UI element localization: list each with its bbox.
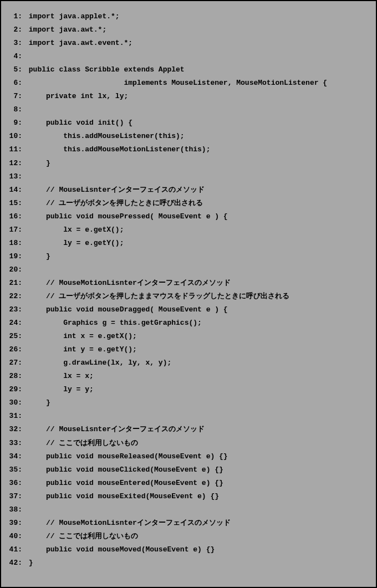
line-number: 33: [7,437,22,450]
line-number: 40: [7,530,22,543]
code-line: 38: [7,503,370,517]
line-number: 3: [7,37,22,50]
line-text: ly = y; [24,385,94,393]
line-number: 42: [7,556,22,570]
line-text: // ユーザがボタンを押したままマウスをドラッグしたときに呼び出される [24,292,289,300]
line-text: } [24,252,50,260]
line-text: } [24,159,50,167]
code-line: 31: [7,410,370,423]
code-line: 6: implements MouseListener, MouseMotion… [7,76,370,90]
code-line: 16: public void mousePressed( MouseEvent… [7,210,370,223]
line-number: 8: [7,103,22,116]
line-number: 23: [7,303,22,316]
line-number: 35: [7,463,22,477]
line-number: 20: [7,263,22,277]
code-line: 14: // MouseLisnterインターフェイスのメソッド [7,183,370,197]
line-number: 4: [7,50,22,63]
code-line: 8: [7,103,370,116]
line-number: 6: [7,76,22,90]
line-number: 16: [7,210,22,223]
code-line: 5: public class Scribble extends Applet [7,63,370,76]
code-line: 24: Graphics g = this.getGraphics(); [7,316,370,330]
line-number: 17: [7,223,22,237]
line-text: public void init() { [24,119,133,127]
code-line: 39: // MouseMotionLisnterインターフェイスのメソッド [7,517,370,530]
code-line: 15: // ユーザがボタンを押したときに呼び出される [7,197,370,210]
code-line: 11: this.addMouseMotionListener(this); [7,143,370,156]
line-number: 36: [7,477,22,490]
line-number: 31: [7,410,22,423]
code-line: 18: ly = e.getY(); [7,237,370,250]
line-number: 26: [7,343,22,356]
line-text: this.addMouseListener(this); [24,132,185,140]
line-text: } [24,559,33,567]
line-number: 25: [7,330,22,343]
code-line: 28: lx = x; [7,370,370,383]
line-text: lx = e.getX(); [24,226,124,234]
line-number: 12: [7,157,22,170]
line-text: private int lx, ly; [24,92,128,100]
line-number: 7: [7,90,22,103]
line-text: public void mouseReleased(MouseEvent e) … [24,452,228,461]
line-number: 18: [7,237,22,250]
code-line: 27: g.drawLine(lx, ly, x, y); [7,356,370,370]
code-line: 17: lx = e.getX(); [7,223,370,237]
line-text: // ここでは利用しないもの [24,532,138,540]
line-text: public class Scribble extends Applet [24,65,185,74]
code-line: 41: public void mouseMoved(MouseEvent e)… [7,543,370,556]
line-number: 13: [7,170,22,183]
code-line: 40: // ここでは利用しないもの [7,530,370,543]
code-line: 7: private int lx, ly; [7,90,370,103]
code-line: 4: [7,50,370,63]
line-number: 39: [7,517,22,530]
code-line: 33: // ここでは利用しないもの [7,437,370,450]
line-text: int x = e.getX(); [24,332,137,340]
line-text: public void mouseDragged( MouseEvent e )… [24,305,228,314]
line-number: 34: [7,450,22,463]
code-line: 34: public void mouseReleased(MouseEvent… [7,450,370,463]
code-line: 25: int x = e.getX(); [7,330,370,343]
line-text: public void mousePressed( MouseEvent e )… [24,212,228,221]
line-text: g.drawLine(lx, ly, x, y); [24,359,171,367]
line-text: // ここでは利用しないもの [24,439,138,447]
line-text: // MouseMotionLisnterインターフェイスのメソッド [24,519,231,527]
line-text: // MouseLisnterインターフェイスのメソッド [24,186,205,194]
code-line: 9: public void init() { [7,116,370,130]
code-line: 19: } [7,250,370,263]
code-line: 13: [7,170,370,183]
line-number: 9: [7,116,22,130]
line-number: 21: [7,277,22,290]
line-number: 38: [7,503,22,517]
line-text: Graphics g = this.getGraphics(); [24,319,202,327]
code-line: 37: public void mouseExited(MouseEvent e… [7,490,370,503]
code-line: 2: import java.awt.*; [7,23,370,37]
line-number: 28: [7,370,22,383]
code-line: 22: // ユーザがボタンを押したままマウスをドラッグしたときに呼び出される [7,290,370,303]
line-number: 41: [7,543,22,556]
line-number: 14: [7,183,22,197]
code-line: 32: // MouseLisnterインターフェイスのメソッド [7,423,370,436]
line-text: import java.awt.*; [24,25,106,34]
line-number: 11: [7,143,22,156]
line-text: this.addMouseMotionListener(this); [24,145,210,154]
line-number: 15: [7,197,22,210]
code-line: 23: public void mouseDragged( MouseEvent… [7,303,370,316]
code-line: 29: ly = y; [7,383,370,396]
line-number: 22: [7,290,22,303]
line-number: 19: [7,250,22,263]
line-text: int y = e.getY(); [24,345,137,354]
line-number: 2: [7,23,22,37]
line-text: ly = e.getY(); [24,239,124,247]
code-line: 10: this.addMouseListener(this); [7,130,370,143]
code-line: 36: public void mouseEntered(MouseEvent … [7,477,370,490]
line-number: 10: [7,130,22,143]
line-number: 24: [7,316,22,330]
line-text: public void mouseMoved(MouseEvent e) {} [24,545,215,554]
line-number: 27: [7,356,22,370]
code-line: 3: import java.awt.event.*; [7,37,370,50]
code-line: 20: [7,263,370,277]
line-number: 30: [7,396,22,410]
line-number: 37: [7,490,22,503]
code-line: 42: } [7,556,370,570]
code-line: 1: import java.applet.*; [7,10,370,23]
